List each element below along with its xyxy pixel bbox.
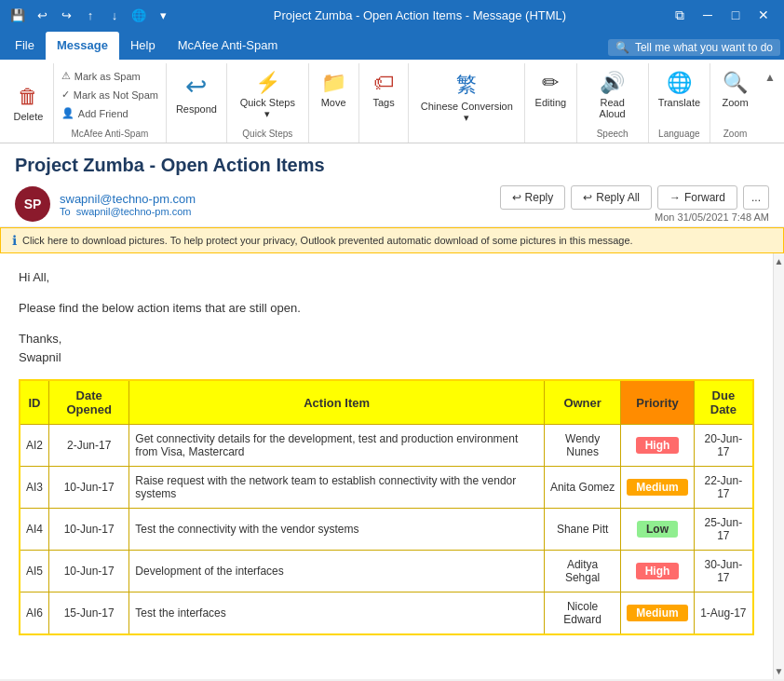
tab-message[interactable]: Message (46, 32, 119, 60)
email-meta: SP swapnil@techno-pm.com To swapnil@tech… (15, 185, 769, 223)
reply-all-button[interactable]: ↩ Reply All (571, 185, 652, 210)
cell-priority: Low (621, 509, 694, 551)
group-delete: 🗑 Delete (4, 63, 54, 143)
cell-owner: Nicole Edward (544, 592, 620, 635)
close-button[interactable]: ✕ (750, 2, 777, 28)
zoom-label: Zoom (722, 97, 748, 108)
ribbon-tabs: File Message Help McAfee Anti-Spam 🔍 Tel… (0, 30, 784, 60)
restore-icon[interactable]: ⧉ (667, 2, 693, 28)
zoom-icon: 🔍 (723, 71, 748, 95)
maximize-button[interactable]: □ (723, 2, 749, 28)
cell-action: Development of the interfaces (129, 551, 545, 592)
table-row: AI4 10-Jun-17 Test the connectivity with… (20, 509, 753, 551)
window-controls: ⧉ ─ □ ✕ (667, 2, 777, 28)
spam-icon: ⚠ (61, 70, 71, 82)
collapse-ribbon-icon[interactable]: ▲ (760, 67, 780, 88)
sender-email: swapnil@techno-pm.com (60, 192, 196, 206)
privacy-notice[interactable]: ℹ Click here to download pictures. To he… (0, 227, 784, 253)
delete-label: Delete (14, 111, 44, 122)
mark-not-spam-button[interactable]: ✓ Mark as Not Spam (56, 86, 164, 103)
priority-badge: Medium (627, 605, 687, 621)
tab-mcafee[interactable]: McAfee Anti-Spam (167, 32, 290, 60)
cell-due: 20-Jun-17 (694, 425, 753, 467)
up-icon[interactable]: ↑ (80, 5, 101, 25)
to-email: swapnil@techno-pm.com (76, 206, 192, 217)
minimize-button[interactable]: ─ (695, 2, 721, 28)
translate-button[interactable]: 🌐 Translate (653, 67, 706, 112)
group-chinese: 繁 Chinese Conversion ▾ (409, 63, 525, 143)
col-action: Action Item (129, 380, 545, 425)
mark-not-spam-label: Mark as Not Spam (74, 89, 158, 101)
scrollbar[interactable]: ▲ ▼ (773, 253, 784, 679)
chinese-conversion-button[interactable]: 繁 Chinese Conversion ▾ (414, 67, 519, 128)
group-editing: ✏ Editing (525, 63, 576, 143)
cell-date: 10-Jun-17 (49, 467, 129, 509)
title-bar-left: 💾 ↩ ↪ ↑ ↓ 🌐 ▾ (7, 5, 173, 25)
actions-icon[interactable]: 🌐 (128, 5, 149, 25)
scroll-down-icon[interactable]: ▼ (772, 663, 784, 679)
tab-file[interactable]: File (4, 32, 46, 60)
cell-action: Test the connectivity with the vendor sy… (129, 509, 545, 551)
reply-button[interactable]: ↩ Reply (500, 185, 566, 210)
email-header: Project Zumba - Open Action Items SP swa… (0, 143, 784, 227)
tags-button[interactable]: 🏷 Tags (363, 67, 404, 112)
scroll-up-icon[interactable]: ▲ (772, 253, 784, 269)
more-actions-button[interactable]: ... (743, 185, 769, 210)
priority-badge: Low (637, 521, 678, 538)
friend-icon: 👤 (61, 107, 74, 119)
cell-date: 15-Jun-17 (49, 592, 129, 635)
group-mcafee: ⚠ Mark as Spam ✓ Mark as Not Spam 👤 Add … (54, 63, 167, 143)
body-text: Please find the below action items that … (19, 299, 754, 319)
table-row: AI6 15-Jun-17 Test the interfaces Nicole… (20, 592, 753, 635)
quick-steps-button[interactable]: ⚡ Quick Steps ▾ (233, 67, 303, 124)
reply-all-icon: ↩ (583, 191, 592, 204)
actions-and-date: ↩ Reply ↩ Reply All → Forward ... (500, 185, 769, 223)
undo-icon[interactable]: ↩ (32, 5, 52, 25)
mark-spam-button[interactable]: ⚠ Mark as Spam (56, 67, 164, 85)
search-bar[interactable]: 🔍 Tell me what you want to do (608, 39, 780, 56)
cell-owner: Wendy Nunes (544, 425, 620, 467)
cell-due: 22-Jun-17 (694, 467, 753, 509)
col-owner: Owner (544, 380, 620, 425)
respond-button[interactable]: ↩ Respond (170, 67, 223, 118)
cell-action: Get connectivity details for the develop… (129, 425, 545, 467)
redo-icon[interactable]: ↪ (56, 5, 76, 25)
action-table: ID Date Opened Action Item Owner Priorit… (19, 379, 754, 635)
read-aloud-button[interactable]: 🔊 Read Aloud (583, 67, 642, 123)
tags-icon: 🏷 (373, 71, 394, 95)
email-content: Project Zumba - Open Action Items SP swa… (0, 143, 784, 679)
move-label: Move (321, 97, 346, 108)
email-body: Hi All, Please find the below action ite… (0, 253, 773, 679)
translate-icon: 🌐 (667, 71, 692, 95)
add-friend-button[interactable]: 👤 Add Friend (56, 104, 164, 122)
col-priority: Priority (621, 380, 694, 425)
reply-label: Reply (525, 191, 554, 204)
cell-date: 10-Jun-17 (49, 551, 129, 592)
cell-action: Raise request with the network team to e… (129, 467, 545, 509)
quick-access-toolbar: 💾 ↩ ↪ ↑ ↓ 🌐 ▾ (7, 5, 173, 25)
add-friend-label: Add Friend (78, 108, 128, 119)
group-speech-label: Speech (597, 129, 629, 139)
group-quick-steps: ⚡ Quick Steps ▾ Quick Steps (227, 63, 309, 143)
sign-off: Thanks,Swapnil (19, 330, 754, 369)
more-qa-icon[interactable]: ▾ (153, 5, 173, 25)
forward-button[interactable]: → Forward (657, 185, 737, 210)
tags-label: Tags (372, 97, 394, 108)
tab-help[interactable]: Help (119, 32, 167, 60)
zoom-button[interactable]: 🔍 Zoom (715, 67, 756, 112)
delete-button[interactable]: 🗑 Delete (7, 81, 48, 126)
cell-id: AI2 (20, 425, 49, 467)
cell-id: AI4 (20, 509, 49, 551)
save-icon[interactable]: 💾 (7, 5, 28, 25)
editing-label: Editing (535, 97, 567, 108)
avatar: SP (15, 186, 50, 222)
group-zoom-label: Zoom (723, 129, 748, 139)
down-icon[interactable]: ↓ (104, 5, 125, 25)
move-button[interactable]: 📁 Move (313, 67, 354, 112)
priority-badge: Medium (627, 479, 687, 496)
ribbon: 🗑 Delete ⚠ Mark as Spam ✓ Mark as Not Sp… (0, 60, 784, 143)
cell-priority: High (621, 551, 694, 592)
reply-all-label: Reply All (596, 191, 640, 204)
not-spam-icon: ✓ (61, 89, 70, 101)
editing-button[interactable]: ✏ Editing (530, 67, 573, 112)
